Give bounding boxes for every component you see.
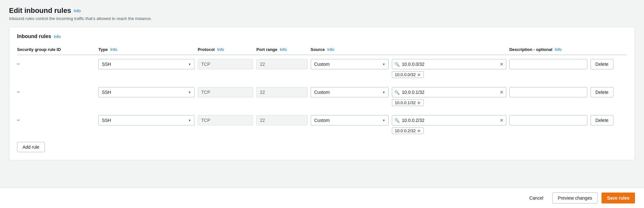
source-tag-chip: 10.0.0.0/32 ✕ <box>392 71 424 78</box>
source-cell: Custom Anywhere-IPv4 Anywhere-IPv6 My IP… <box>311 111 392 135</box>
save-rules-button[interactable]: Save rules <box>601 193 635 203</box>
action-cell: Delete <box>591 55 627 79</box>
description-input[interactable] <box>509 59 587 69</box>
source-input-cell: 🔍 ✕ 10.0.0.0/32 ✕ <box>392 55 509 79</box>
desc-cell <box>509 83 591 107</box>
source-input-wrapper: 🔍 ✕ <box>392 115 506 125</box>
tag-chip-remove-button[interactable]: ✕ <box>417 101 421 105</box>
rule-id: – <box>17 87 95 94</box>
description-input[interactable] <box>509 115 587 125</box>
tag-chip-remove-button[interactable]: ✕ <box>417 73 421 77</box>
source-tag-chip: 10.0.0.2/32 ✕ <box>392 127 424 134</box>
table-row: – SSH Custom TCP Custom UDP HTTP HTTPS <box>17 55 627 79</box>
col-header-source: Source Info <box>311 45 392 55</box>
page-title: Edit inbound rules Info <box>9 6 81 15</box>
port-field: 22 <box>256 87 307 97</box>
card-title-info-link[interactable]: Info <box>54 34 61 39</box>
desc-info-link[interactable]: Info <box>555 47 562 52</box>
type-info-link[interactable]: Info <box>110 47 117 52</box>
source-select-wrapper: Custom Anywhere-IPv4 Anywhere-IPv6 My IP… <box>311 115 389 125</box>
source-select[interactable]: Custom Anywhere-IPv4 Anywhere-IPv6 My IP <box>311 59 389 69</box>
table-header-row: Security group rule ID Type Info Protoco… <box>17 45 627 55</box>
type-select-wrapper: SSH Custom TCP Custom UDP HTTP HTTPS All… <box>98 59 194 69</box>
rule-id: – <box>17 59 95 66</box>
port-cell: 22 <box>256 111 310 135</box>
preview-changes-button[interactable]: Preview changes <box>552 193 598 203</box>
rule-id: – <box>17 115 95 122</box>
source-select-wrapper: Custom Anywhere-IPv4 Anywhere-IPv6 My IP… <box>311 59 389 69</box>
type-select-wrapper: SSH Custom TCP Custom UDP HTTP HTTPS All… <box>98 115 194 125</box>
port-field: 22 <box>256 59 307 69</box>
tag-chip-container: 10.0.0.1/32 ✕ <box>392 97 506 106</box>
protocol-info-link[interactable]: Info <box>217 47 224 52</box>
protocol-cell: TCP <box>198 111 256 135</box>
action-cell: Delete <box>591 111 627 135</box>
source-input-wrapper: 🔍 ✕ <box>392 59 506 69</box>
protocol-cell: TCP <box>198 83 256 107</box>
inbound-rules-card: Inbound rules Info Security group rule I… <box>9 27 635 160</box>
source-input-wrapper: 🔍 ✕ <box>392 87 506 97</box>
source-input[interactable] <box>392 59 506 69</box>
page-title-info-link[interactable]: Info <box>74 8 81 13</box>
action-cell: Delete <box>591 83 627 107</box>
source-tag-chip: 10.0.0.1/32 ✕ <box>392 99 424 106</box>
source-input[interactable] <box>392 115 506 125</box>
page-header: Edit inbound rules Info Inbound rules co… <box>9 6 635 21</box>
col-header-type: Type Info <box>98 45 198 55</box>
tag-chip-remove-button[interactable]: ✕ <box>417 129 421 133</box>
page-subtitle: Inbound rules control the incoming traff… <box>9 16 635 21</box>
delete-button[interactable]: Delete <box>591 87 613 97</box>
page-wrapper: Edit inbound rules Info Inbound rules co… <box>0 0 644 208</box>
protocol-field: TCP <box>198 115 253 125</box>
delete-button[interactable]: Delete <box>591 115 613 125</box>
source-clear-button[interactable]: ✕ <box>500 62 504 66</box>
col-header-port: Port range Info <box>256 45 310 55</box>
rule-id-cell: – <box>17 55 98 79</box>
tag-chip-label: 10.0.0.0/32 <box>395 72 416 77</box>
table-row: – SSH Custom TCP Custom UDP HTTP HTTPS <box>17 111 627 135</box>
protocol-field: TCP <box>198 87 253 97</box>
col-header-id: Security group rule ID <box>17 45 98 55</box>
source-clear-button[interactable]: ✕ <box>500 90 504 94</box>
port-info-link[interactable]: Info <box>280 47 287 52</box>
source-cell: Custom Anywhere-IPv4 Anywhere-IPv6 My IP… <box>311 83 392 107</box>
main-content: Edit inbound rules Info Inbound rules co… <box>0 0 644 188</box>
cancel-button[interactable]: Cancel <box>524 193 549 203</box>
rule-id-cell: – <box>17 83 98 107</box>
card-title-text: Inbound rules <box>17 34 51 39</box>
source-input[interactable] <box>392 87 506 97</box>
col-header-protocol: Protocol Info <box>198 45 256 55</box>
tag-chip-container: 10.0.0.0/32 ✕ <box>392 69 506 78</box>
type-select[interactable]: SSH Custom TCP Custom UDP HTTP HTTPS All… <box>98 115 194 125</box>
type-cell: SSH Custom TCP Custom UDP HTTP HTTPS All… <box>98 83 198 107</box>
source-clear-button[interactable]: ✕ <box>500 118 504 123</box>
row-spacer <box>17 107 627 111</box>
port-cell: 22 <box>256 55 310 79</box>
description-input[interactable] <box>509 87 587 97</box>
table-row: – SSH Custom TCP Custom UDP HTTP HTTPS <box>17 83 627 107</box>
protocol-field: TCP <box>198 59 253 69</box>
tag-chip-label: 10.0.0.2/32 <box>395 128 416 133</box>
col-header-action <box>591 45 627 55</box>
delete-button[interactable]: Delete <box>591 59 613 69</box>
type-cell: SSH Custom TCP Custom UDP HTTP HTTPS All… <box>98 111 198 135</box>
rules-table: Security group rule ID Type Info Protoco… <box>17 45 627 135</box>
card-title: Inbound rules Info <box>17 34 61 39</box>
source-input-cell: 🔍 ✕ 10.0.0.1/32 ✕ <box>392 83 509 107</box>
type-select[interactable]: SSH Custom TCP Custom UDP HTTP HTTPS All… <box>98 87 194 97</box>
rule-id-cell: – <box>17 111 98 135</box>
source-select[interactable]: Custom Anywhere-IPv4 Anywhere-IPv6 My IP <box>311 87 389 97</box>
col-header-desc: Description - optional Info <box>509 45 591 55</box>
port-field: 22 <box>256 115 307 125</box>
source-select[interactable]: Custom Anywhere-IPv4 Anywhere-IPv6 My IP <box>311 115 389 125</box>
type-select[interactable]: SSH Custom TCP Custom UDP HTTP HTTPS All… <box>98 59 194 69</box>
port-cell: 22 <box>256 83 310 107</box>
add-rule-button[interactable]: Add rule <box>17 142 45 152</box>
col-header-source-input <box>392 45 509 55</box>
desc-cell <box>509 55 591 79</box>
source-select-wrapper: Custom Anywhere-IPv4 Anywhere-IPv6 My IP… <box>311 87 389 97</box>
footer-bar: Cancel Preview changes Save rules <box>0 188 644 208</box>
desc-cell <box>509 111 591 135</box>
source-info-link[interactable]: Info <box>327 47 334 52</box>
type-cell: SSH Custom TCP Custom UDP HTTP HTTPS All… <box>98 55 198 79</box>
